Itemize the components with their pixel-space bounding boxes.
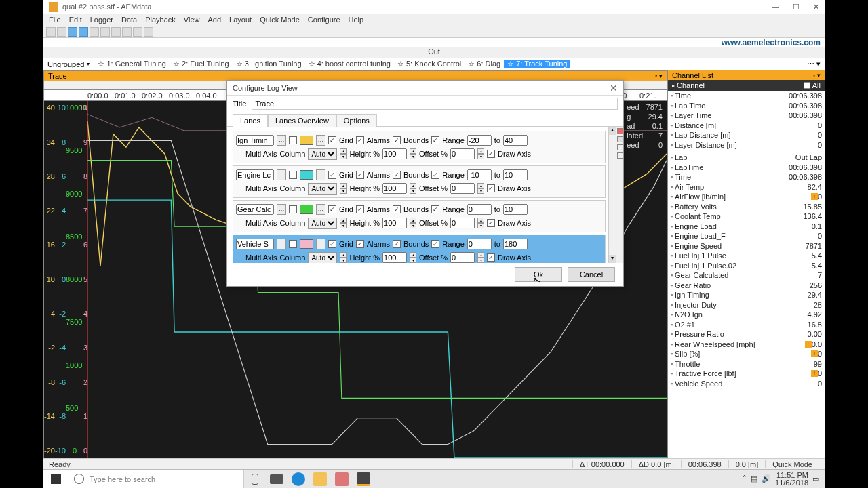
lanes-scrollbar[interactable]: ▴ ▾ [608, 127, 616, 263]
channel-row[interactable]: ▪Engine Speed7871 [668, 241, 825, 251]
lane-row[interactable]: ……✓Grid✓Alarms✓Bounds✓RangetoMulti AxisC… [233, 165, 606, 198]
channel-row[interactable]: ▪LapOut Lap [668, 152, 825, 163]
lane-row[interactable]: ……✓Grid✓Alarms✓Bounds✓RangetoMulti AxisC… [233, 235, 606, 263]
color-picker-button[interactable]: … [316, 204, 326, 215]
channel-row[interactable]: ▪Time00:06.398 [668, 172, 825, 182]
range-high-input[interactable] [503, 204, 528, 215]
height-input[interactable] [382, 252, 407, 263]
menu-view[interactable]: View [181, 16, 203, 24]
column-select[interactable]: Auto [308, 252, 337, 264]
dialog-tab-lanes[interactable]: Lanes [233, 114, 268, 127]
app-icon[interactable] [331, 470, 353, 489]
height-spinner[interactable]: ▴▾ [410, 148, 416, 159]
range-low-input[interactable] [467, 239, 492, 249]
bounds-checkbox[interactable]: ✓ [393, 205, 401, 214]
lane-picker-button[interactable]: … [277, 169, 286, 180]
toolbar-button[interactable] [144, 27, 153, 37]
dialog-tab-lanes-overview[interactable]: Lanes Overview [268, 114, 336, 127]
layout-tab[interactable]: ☆ 5: Knock Control [394, 60, 465, 68]
dialog-tab-options[interactable]: Options [336, 114, 377, 127]
column-spinner[interactable]: ▴▾ [340, 218, 347, 228]
grid-checkbox[interactable]: ✓ [328, 136, 336, 144]
channel-row[interactable]: ▪LapTime00:06.398 [668, 163, 825, 173]
color-picker-button[interactable]: … [316, 239, 326, 249]
channel-row[interactable]: ▪Air Temp82.4 [668, 182, 825, 192]
column-select[interactable]: Auto [308, 148, 337, 160]
channel-row[interactable]: ▪Gear Ratio256 [668, 281, 825, 291]
task-view-icon[interactable] [266, 470, 288, 489]
menu-layout[interactable]: Layout [226, 16, 254, 24]
column-spinner[interactable]: ▴▾ [340, 183, 347, 194]
tray-clock[interactable]: 11:51 PM 11/6/2018 [775, 472, 808, 487]
layout-tab[interactable]: ☆ 6: Diag [465, 60, 504, 68]
range-checkbox[interactable]: ✓ [431, 240, 439, 248]
menu-playback[interactable]: Playback [142, 16, 178, 24]
lane-color-swatch[interactable] [300, 239, 313, 249]
channel-row[interactable]: ▪Engine Load_F0 [668, 231, 825, 241]
lane-enable-checkbox[interactable] [289, 205, 297, 214]
color-picker-button[interactable]: … [316, 169, 326, 180]
lane-picker-button[interactable]: … [277, 239, 286, 249]
channel-row[interactable]: ▪Throttle99 [668, 359, 825, 369]
cortana-mic-icon[interactable] [244, 470, 266, 489]
channel-row[interactable]: ▪N2O Ign4.92 [668, 310, 825, 320]
tray-volume-icon[interactable]: 🔊 [762, 474, 771, 483]
height-spinner[interactable]: ▴▾ [410, 252, 416, 263]
grid-checkbox[interactable]: ✓ [328, 171, 336, 179]
channel-row[interactable]: ▪Tractive Force [lbf]!0 [668, 369, 825, 379]
channel-row[interactable]: ▪Fuel Inj 1 Pulse.025.4 [668, 261, 825, 271]
lane-name-input[interactable] [236, 239, 274, 249]
tab-group-select[interactable]: Ungrouped [47, 60, 84, 68]
height-input[interactable] [382, 183, 407, 194]
lane-name-input[interactable] [236, 169, 274, 180]
draw-axis-checkbox[interactable]: ✓ [487, 219, 495, 227]
bounds-checkbox[interactable]: ✓ [393, 240, 401, 248]
menu-data[interactable]: Data [119, 16, 140, 24]
minimize-button[interactable]: — [772, 3, 779, 12]
height-input[interactable] [382, 218, 407, 228]
taskbar-search[interactable]: Type here to search [68, 470, 244, 489]
lane-enable-checkbox[interactable] [289, 240, 297, 248]
layout-tab[interactable]: ☆ 1: General Tuning [94, 60, 170, 68]
menu-logger[interactable]: Logger [87, 16, 116, 24]
tray-notifications-icon[interactable]: ▭ [812, 474, 819, 483]
tray-chevron-icon[interactable]: ˄ [743, 474, 747, 483]
toolbar-button[interactable] [68, 27, 77, 37]
offset-spinner[interactable]: ▴▾ [477, 218, 484, 228]
toolbar-button[interactable] [133, 27, 142, 37]
channel-row[interactable]: ▪Distance [m]0 [668, 121, 825, 131]
lane-row[interactable]: ……✓Grid✓Alarms✓Bounds✓RangetoMulti AxisC… [233, 131, 606, 163]
toolbar-button[interactable] [111, 27, 121, 37]
alarms-checkbox[interactable]: ✓ [356, 240, 364, 248]
grid-checkbox[interactable]: ✓ [328, 205, 336, 214]
range-checkbox[interactable]: ✓ [431, 171, 439, 179]
lane-name-input[interactable] [236, 204, 274, 215]
channel-row[interactable]: ▪Pressure Ratio0.00 [668, 329, 825, 340]
lane-picker-button[interactable]: … [277, 204, 286, 215]
layout-tab[interactable]: ☆ 2: Fuel Tuning [170, 60, 233, 68]
menu-add[interactable]: Add [205, 16, 224, 24]
ok-button[interactable]: Ok [515, 267, 562, 282]
title-input[interactable] [252, 98, 618, 110]
lane-color-swatch[interactable] [300, 170, 313, 180]
maximize-button[interactable]: ☐ [793, 3, 800, 12]
bounds-checkbox[interactable]: ✓ [393, 171, 401, 179]
range-high-input[interactable] [503, 135, 528, 146]
height-spinner[interactable]: ▴▾ [410, 218, 416, 228]
toolbar-button[interactable] [46, 27, 56, 37]
channel-row[interactable]: ▪Time00:06.398 [668, 91, 825, 101]
tabs-overflow[interactable]: ⋯ ▾ [803, 60, 825, 68]
range-low-input[interactable] [467, 169, 492, 180]
tray-network-icon[interactable]: ▤ [751, 474, 757, 483]
channel-row[interactable]: ▪Rear Wheelspeed [mph]!0.0 [668, 340, 825, 350]
close-button[interactable]: ✕ [813, 3, 819, 12]
toolbar-button[interactable] [57, 27, 66, 37]
range-high-input[interactable] [503, 239, 528, 249]
cancel-button[interactable]: Cancel [568, 267, 615, 282]
draw-axis-checkbox[interactable]: ✓ [487, 253, 495, 262]
range-checkbox[interactable]: ✓ [431, 136, 439, 144]
height-spinner[interactable]: ▴▾ [410, 183, 416, 194]
grid-checkbox[interactable]: ✓ [328, 240, 336, 248]
column-spinner[interactable]: ▴▾ [340, 252, 347, 263]
channel-row[interactable]: ▪Lap Time00:06.398 [668, 101, 825, 111]
